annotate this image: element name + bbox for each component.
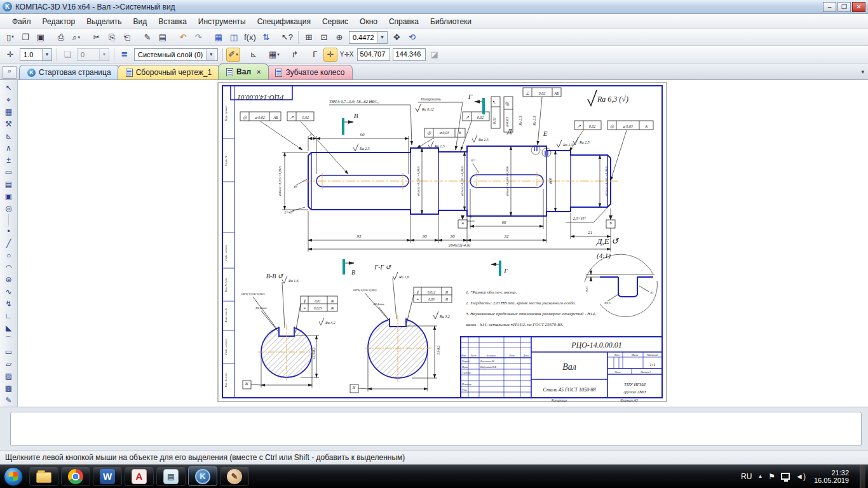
close-button[interactable]: ✕ [852, 2, 865, 12]
hatch-lines-button[interactable]: ▨ [1, 370, 17, 383]
print-button[interactable]: ⎙ [54, 30, 68, 44]
drawing-canvas[interactable]: РЦО-14.0.00.01Перв. примен.Справ. №Подп.… [18, 80, 868, 407]
fillet-button[interactable]: ⌒ [1, 334, 17, 346]
menu-вставка[interactable]: Вставка [153, 15, 193, 28]
collect-contour-button[interactable]: ▱ [1, 358, 17, 370]
menu-инструменты[interactable]: Инструменты [193, 15, 252, 28]
language-indicator[interactable]: RU [741, 472, 752, 481]
taskbar-kompas-button[interactable]: K [188, 466, 217, 486]
taskbar-paint-button[interactable]: ✎ [220, 466, 249, 486]
taskbar-word-button[interactable]: W [93, 466, 122, 486]
action-center-flag-icon[interactable]: ⚑ [768, 472, 775, 481]
menu-окно[interactable]: Окно [354, 15, 383, 28]
tab-close-icon[interactable]: × [257, 68, 261, 76]
undo-button[interactable]: ↶ [176, 30, 190, 44]
tab-вал[interactable]: Вал× [218, 64, 269, 79]
spec-book-button[interactable]: ▤ [1, 178, 17, 190]
menu-спецификация[interactable]: Спецификация [252, 15, 316, 28]
menu-справка[interactable]: Справка [383, 15, 424, 28]
clock[interactable]: 21:32 16.05.2019 [814, 469, 849, 484]
polyline-button[interactable]: ∟ [1, 310, 17, 322]
speaker-icon[interactable]: ◄) [796, 472, 806, 481]
y-coordinate-field[interactable]: 144.346 [393, 48, 426, 61]
taskbar-autocad-button[interactable]: A [125, 466, 154, 486]
step-combo[interactable]: 1.0 ▼ [20, 48, 52, 61]
tray-expand-icon[interactable]: ▲ [757, 473, 763, 479]
message-panel[interactable] [10, 412, 862, 446]
chevron-down-icon[interactable]: ▼ [42, 49, 51, 60]
refresh-view-button[interactable]: ⟲ [405, 30, 419, 44]
ellipse-button[interactable]: ⊜ [1, 274, 17, 286]
taskbar-chrome-button[interactable] [61, 466, 90, 486]
network-icon[interactable] [781, 473, 790, 480]
chevron-down-icon[interactable]: ▼ [206, 49, 215, 60]
current-step-button[interactable]: ✛ [3, 48, 17, 62]
save-document-button[interactable]: ▣ [34, 30, 48, 44]
menu-библиотеки[interactable]: Библиотеки [424, 15, 477, 28]
new-document-button[interactable]: ▯▾ [3, 30, 17, 44]
menu-файл[interactable]: Файл [6, 15, 37, 28]
ortho-mode-button[interactable]: Γ [308, 48, 322, 62]
spec-plus-minus-button[interactable]: ± [1, 154, 17, 166]
document-manager-button[interactable]: ▦ [212, 30, 226, 44]
redo-button[interactable]: ↷ [191, 30, 205, 44]
rectangle-button[interactable]: ▭ [1, 346, 17, 358]
search-panel-button[interactable]: ⌕ [3, 66, 17, 79]
minimize-button[interactable]: – [823, 2, 836, 12]
snaps-button[interactable]: ✛ [323, 48, 337, 62]
layers-button[interactable]: ≣ [118, 48, 132, 62]
view-window-button[interactable]: ▣ [1, 190, 17, 202]
new-window-button[interactable]: ◫ [227, 30, 241, 44]
spreadsheet-button[interactable]: ▤ [156, 30, 170, 44]
select-arrow-button[interactable]: ↖ [1, 81, 17, 93]
measure-button[interactable]: ∧ [1, 142, 17, 154]
chamfer-button[interactable]: ◣ [1, 322, 17, 334]
zoom-selected-button[interactable]: ⊡ [317, 30, 331, 44]
start-button[interactable] [4, 467, 23, 486]
menu-вид[interactable]: Вид [128, 15, 153, 28]
segment-button[interactable]: ╱ [1, 238, 17, 250]
parametrize-button[interactable]: ⊾ [1, 130, 17, 142]
zoom-in-button[interactable]: ⊕ [332, 30, 346, 44]
show-desktop-button[interactable] [860, 464, 865, 488]
edit-part-button[interactable]: ⚒ [1, 118, 17, 130]
print-preview-button[interactable]: ⌕▾ [69, 30, 83, 44]
copy-button[interactable]: ⎘ [105, 30, 119, 44]
paste-button[interactable]: ⎗ [120, 30, 134, 44]
tab-зубчатое-колесо[interactable]: Зубчатое колесо [267, 65, 353, 79]
insert-view-button[interactable]: ◎ [1, 202, 17, 214]
cut-button[interactable]: ✂ [90, 30, 104, 44]
zoom-by-frame-button[interactable]: ⊞ [302, 30, 316, 44]
style-brush-button[interactable]: ✎ [1, 395, 17, 407]
object-help-button[interactable]: ↖? [280, 30, 295, 44]
taskbar-explorer-button[interactable] [29, 466, 58, 486]
orthogonal-drawing-button[interactable]: ⊾ [247, 48, 261, 62]
point-button[interactable]: • [1, 226, 17, 238]
arc-button[interactable]: ◠ [1, 262, 17, 274]
report-button[interactable]: ▭ [1, 166, 17, 178]
taskbar-notepad-button[interactable]: ▤ [156, 466, 186, 486]
copy-properties-button[interactable]: ✎ [140, 30, 154, 44]
local-frame-button[interactable]: ⌖ [1, 93, 17, 105]
exchange-order-button[interactable]: ⇅ [259, 30, 273, 44]
circle-button[interactable]: ○ [1, 250, 17, 262]
hatch-fill-button[interactable]: ▩ [1, 383, 17, 395]
lightning-break-button[interactable]: ↯ [1, 298, 17, 310]
layer-combo[interactable]: Системный слой (0) ▼ [134, 48, 218, 61]
bezier-curve-button[interactable]: ∿ [1, 286, 17, 298]
menu-редактор[interactable]: Редактор [37, 15, 81, 28]
grid-button[interactable]: ▦▾ [267, 48, 281, 62]
pan-view-button[interactable]: ✥ [390, 30, 404, 44]
line-style-pen-button[interactable]: ✐▾ [226, 48, 240, 62]
tab-сборочный-чертеж-1[interactable]: Сборочный чертеж_1 [118, 65, 220, 79]
chevron-down-icon[interactable]: ▼ [377, 32, 387, 43]
fragment-button[interactable]: ▦ [1, 105, 17, 118]
tab-стартовая-страница[interactable]: KСтартовая страница [19, 65, 119, 79]
menu-сервис[interactable]: Сервис [316, 15, 354, 28]
variables-fx-button[interactable]: f(x) [242, 30, 258, 44]
local-cs-button[interactable]: ↱ [288, 48, 302, 62]
open-document-button[interactable]: ❐ [18, 30, 32, 44]
menu-выделить[interactable]: Выделить [81, 15, 127, 28]
maximize-button[interactable]: ❐ [837, 2, 851, 12]
x-coordinate-field[interactable]: 504.707 [357, 48, 390, 61]
